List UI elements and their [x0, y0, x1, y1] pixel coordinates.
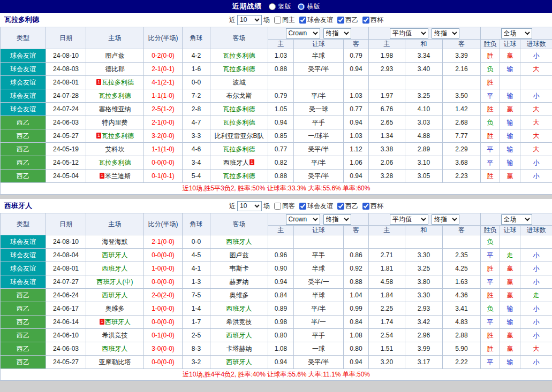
- col-avg-away: 客: [443, 40, 481, 49]
- match-row: 西乙24-05-041米兰迪斯0-1(0-1)5-4瓦拉多利德0.88受平/半0…: [1, 170, 552, 183]
- result-goals: 小: [520, 275, 552, 289]
- cup-checkbox[interactable]: [362, 203, 369, 210]
- team-name[interactable]: 瓦拉多利德: [223, 145, 255, 153]
- match-date: 24-08-04: [46, 249, 86, 262]
- avg-odds-select[interactable]: 平均值: [390, 28, 428, 39]
- avg-draw-odds: 3.99: [405, 342, 443, 356]
- team-name[interactable]: 瓦拉多利德: [223, 52, 255, 59]
- match-row: 球会友谊24-07-27西班牙人(中)0-0(0-0)1-3赫罗纳0.94受半/…: [1, 275, 552, 289]
- venue-checkbox[interactable]: [274, 203, 281, 210]
- team-name[interactable]: 西班牙人(中): [97, 278, 133, 286]
- team-name[interactable]: 瓦拉多利德: [99, 159, 131, 166]
- layout-option-vertical[interactable]: 竖版: [269, 2, 291, 11]
- avg-away-odds: 1.63: [443, 275, 481, 289]
- result-wdl: 平: [481, 356, 500, 369]
- match-row: 西乙24-06-24西班牙人2-0(2-0)7-5奥维多0.84半球1.041.…: [1, 289, 552, 302]
- cup-checkbox[interactable]: [362, 17, 369, 24]
- team-name[interactable]: 图卢兹: [230, 251, 249, 259]
- match-date: 24-06-14: [46, 316, 86, 329]
- ah-home-odds: 0.90: [268, 262, 294, 275]
- avg-stage-select[interactable]: 终指: [432, 28, 459, 39]
- team-name[interactable]: 西班牙人: [226, 332, 252, 339]
- vertical-layout-radio[interactable]: [269, 3, 276, 10]
- team-name[interactable]: 特内里费: [102, 119, 128, 126]
- team-name[interactable]: 艾科坎: [105, 145, 125, 153]
- team-name[interactable]: 西班牙人: [226, 238, 252, 245]
- venue-checkbox[interactable]: [274, 17, 281, 24]
- venue-filter[interactable]: 同主: [274, 16, 295, 25]
- team-name[interactable]: 海登海默: [102, 238, 128, 245]
- competition-filter-friendly[interactable]: 球会友谊: [299, 16, 333, 25]
- recent-count-select[interactable]: 10: [237, 201, 262, 211]
- team-name[interactable]: 瓦拉多利德: [102, 79, 134, 86]
- team-name[interactable]: 西班牙人: [105, 318, 131, 326]
- team-name[interactable]: 德比郡: [105, 65, 125, 73]
- team-name[interactable]: 西班牙人: [226, 305, 252, 312]
- team-name[interactable]: 西班牙人: [102, 291, 128, 299]
- result-goals: 小: [520, 316, 552, 329]
- avg-odds-select[interactable]: 平均值: [390, 214, 428, 225]
- fulltime-select[interactable]: 全场: [501, 28, 532, 39]
- odds-stage-select[interactable]: 终指: [323, 214, 351, 225]
- team-name[interactable]: 西班牙人: [226, 358, 252, 366]
- competition-filter-liga2[interactable]: 西乙: [337, 202, 358, 211]
- layout-option-horizontal[interactable]: 横版: [298, 2, 320, 11]
- competition-filter-liga2[interactable]: 西乙: [337, 16, 358, 25]
- team-name[interactable]: 波城: [233, 79, 246, 86]
- liga2-checkbox[interactable]: [337, 17, 344, 24]
- avg-away-odds: 1.42: [443, 103, 481, 116]
- venue-filter[interactable]: 同客: [274, 202, 295, 211]
- team-name[interactable]: 希洪竞技: [226, 318, 252, 326]
- page-bottom-strip: [0, 381, 552, 385]
- team-name[interactable]: 西班牙人: [102, 345, 128, 352]
- team-name[interactable]: 米兰迪斯: [105, 172, 131, 180]
- team-name[interactable]: 西班牙人: [102, 265, 128, 272]
- team-name[interactable]: 瓦拉多利德: [223, 119, 255, 126]
- friendly-checkbox[interactable]: [299, 203, 306, 210]
- avg-draw-odds: 2.96: [405, 329, 443, 342]
- match-score: 2-5(1-2): [144, 103, 183, 116]
- home-team-cell: 1米兰迪斯: [86, 170, 144, 183]
- match-score: 0-0(0-0): [144, 316, 183, 329]
- avg-away-odds: [443, 76, 481, 89]
- competition-filter-cup[interactable]: 西杯: [362, 202, 383, 211]
- match-flag-badge: 1: [96, 133, 101, 139]
- team-name[interactable]: 瓦拉多利德: [223, 65, 255, 73]
- team-name[interactable]: 布尔戈斯: [226, 92, 252, 99]
- team-name[interactable]: 瓦拉多利德: [99, 92, 131, 99]
- bookmaker-select[interactable]: Crown: [286, 28, 320, 39]
- competition-filter-cup[interactable]: 西杯: [362, 16, 383, 25]
- team-name[interactable]: 希洪竞技: [102, 332, 128, 339]
- result-handicap: 赢: [500, 262, 520, 275]
- result-goals: 大: [520, 63, 552, 76]
- team-name[interactable]: 瓦拉多利德: [223, 172, 255, 180]
- match-row: 球会友谊24-08-10图卢兹0-2(0-0)4-2瓦拉多利德1.03半球0.7…: [1, 49, 552, 63]
- avg-stage-select[interactable]: 终指: [432, 214, 459, 225]
- team-name[interactable]: 瓦拉多利德: [102, 132, 134, 140]
- horizontal-layout-radio[interactable]: [298, 3, 305, 10]
- team-name[interactable]: 奥维多: [105, 305, 125, 312]
- fulltime-select[interactable]: 全场: [501, 214, 532, 225]
- team-name[interactable]: 西班牙人: [223, 159, 249, 166]
- team-title: 瓦拉多利德: [4, 15, 39, 25]
- team-name[interactable]: 韦斯卡: [230, 265, 249, 272]
- avg-home-odds: 2.71: [369, 249, 405, 262]
- team-name[interactable]: 奥维多: [230, 291, 249, 299]
- team-name[interactable]: 卡塔赫纳: [226, 345, 252, 352]
- liga2-checkbox[interactable]: [337, 203, 344, 210]
- friendly-checkbox[interactable]: [299, 17, 306, 24]
- competition-filter-friendly[interactable]: 球会友谊: [299, 202, 333, 211]
- team-name[interactable]: 西班牙人: [102, 251, 128, 259]
- team-name[interactable]: 瓦拉多利德: [223, 105, 255, 113]
- recent-count-select[interactable]: 10: [237, 15, 262, 25]
- avg-away-odds: 4.83: [443, 316, 481, 329]
- team-name[interactable]: 赫罗纳: [230, 278, 249, 286]
- team-name[interactable]: 图卢兹: [105, 52, 125, 59]
- odds-stage-select[interactable]: 终指: [323, 28, 351, 39]
- team-name[interactable]: 比利亚雷亚尔B队: [214, 132, 263, 140]
- venue-filter-label: 同客: [282, 202, 295, 211]
- team-name[interactable]: 亚摩勒比塔: [99, 358, 131, 366]
- bookmaker-select[interactable]: Crown: [286, 214, 320, 225]
- match-flag-badge: 1: [100, 319, 104, 325]
- team-name[interactable]: 塞格维亚纳: [99, 105, 131, 113]
